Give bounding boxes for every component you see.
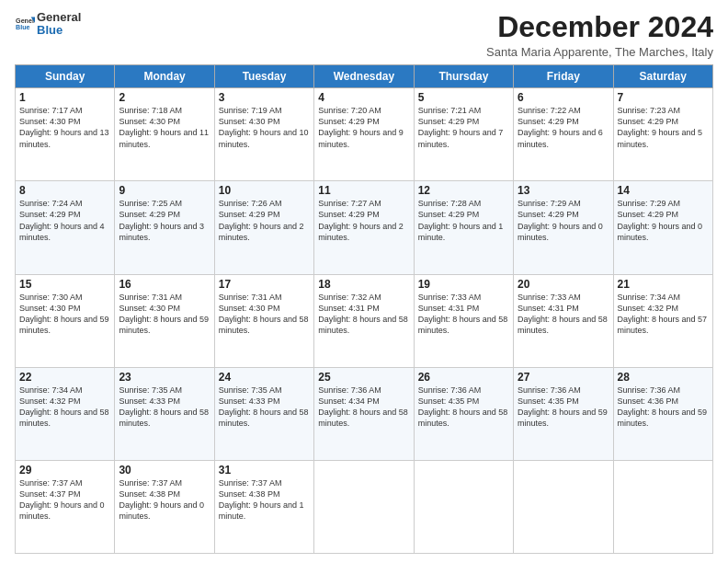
day-number: 10	[219, 184, 310, 197]
day-number: 15	[19, 278, 110, 291]
cell-text: Sunrise: 7:36 AMSunset: 4:35 PMDaylight:…	[518, 385, 608, 428]
day-number: 5	[418, 91, 509, 104]
col-monday: Monday	[115, 65, 214, 88]
cell-text: Sunrise: 7:31 AMSunset: 4:30 PMDaylight:…	[119, 293, 209, 335]
table-row: 6Sunrise: 7:22 AMSunset: 4:29 PMDaylight…	[514, 88, 613, 181]
table-row: 29Sunrise: 7:37 AMSunset: 4:37 PMDayligh…	[16, 460, 115, 553]
table-row: 14Sunrise: 7:29 AMSunset: 4:29 PMDayligh…	[613, 181, 712, 274]
cell-text: Sunrise: 7:30 AMSunset: 4:30 PMDaylight:…	[19, 293, 109, 335]
table-row: 3Sunrise: 7:19 AMSunset: 4:30 PMDaylight…	[214, 88, 313, 181]
table-row: 12Sunrise: 7:28 AMSunset: 4:29 PMDayligh…	[414, 181, 513, 274]
day-number: 22	[19, 371, 110, 384]
table-row	[414, 460, 513, 553]
table-row: 2Sunrise: 7:18 AMSunset: 4:30 PMDaylight…	[115, 88, 214, 181]
table-row: 31Sunrise: 7:37 AMSunset: 4:38 PMDayligh…	[214, 460, 313, 553]
cell-text: Sunrise: 7:34 AMSunset: 4:32 PMDaylight:…	[19, 385, 109, 428]
day-number: 12	[418, 184, 509, 197]
cell-text: Sunrise: 7:27 AMSunset: 4:29 PMDaylight:…	[318, 199, 404, 241]
cell-text: Sunrise: 7:19 AMSunset: 4:30 PMDaylight:…	[219, 106, 309, 148]
day-number: 18	[318, 278, 409, 291]
table-row: 21Sunrise: 7:34 AMSunset: 4:32 PMDayligh…	[613, 274, 712, 367]
cell-text: Sunrise: 7:37 AMSunset: 4:38 PMDaylight:…	[219, 478, 304, 521]
cell-text: Sunrise: 7:31 AMSunset: 4:30 PMDaylight:…	[219, 293, 309, 335]
day-number: 29	[19, 464, 110, 477]
table-row	[314, 460, 414, 553]
month-title: December 2024	[486, 11, 713, 43]
table-row: 13Sunrise: 7:29 AMSunset: 4:29 PMDayligh…	[514, 181, 613, 274]
logo-line2: Blue	[37, 24, 81, 37]
table-row: 4Sunrise: 7:20 AMSunset: 4:29 PMDaylight…	[314, 88, 414, 181]
calendar-table: Sunday Monday Tuesday Wednesday Thursday…	[15, 64, 713, 554]
day-number: 25	[318, 371, 409, 384]
col-saturday: Saturday	[613, 65, 712, 88]
table-row: 27Sunrise: 7:36 AMSunset: 4:35 PMDayligh…	[514, 367, 613, 460]
col-thursday: Thursday	[414, 65, 513, 88]
cell-text: Sunrise: 7:26 AMSunset: 4:29 PMDaylight:…	[219, 199, 304, 241]
day-number: 21	[618, 278, 709, 291]
day-number: 26	[418, 371, 509, 384]
cell-text: Sunrise: 7:36 AMSunset: 4:36 PMDaylight:…	[618, 385, 708, 428]
day-number: 14	[618, 184, 709, 197]
logo-line1: General	[37, 11, 81, 24]
day-number: 3	[219, 91, 310, 104]
table-row: 8Sunrise: 7:24 AMSunset: 4:29 PMDaylight…	[16, 181, 115, 274]
svg-text:Blue: Blue	[16, 24, 30, 31]
title-block: December 2024 Santa Maria Apparente, The…	[486, 11, 713, 59]
day-number: 20	[518, 278, 609, 291]
cell-text: Sunrise: 7:32 AMSunset: 4:31 PMDaylight:…	[318, 293, 408, 335]
day-number: 8	[19, 184, 110, 197]
calendar-row: 22Sunrise: 7:34 AMSunset: 4:32 PMDayligh…	[16, 367, 713, 460]
cell-text: Sunrise: 7:28 AMSunset: 4:29 PMDaylight:…	[418, 199, 504, 241]
table-row: 22Sunrise: 7:34 AMSunset: 4:32 PMDayligh…	[16, 367, 115, 460]
day-number: 4	[318, 91, 409, 104]
calendar-header-row: Sunday Monday Tuesday Wednesday Thursday…	[16, 65, 713, 88]
cell-text: Sunrise: 7:18 AMSunset: 4:30 PMDaylight:…	[119, 106, 209, 148]
day-number: 23	[119, 371, 210, 384]
table-row: 11Sunrise: 7:27 AMSunset: 4:29 PMDayligh…	[314, 181, 414, 274]
day-number: 6	[518, 91, 609, 104]
cell-text: Sunrise: 7:33 AMSunset: 4:31 PMDaylight:…	[518, 293, 608, 335]
cell-text: Sunrise: 7:35 AMSunset: 4:33 PMDaylight:…	[219, 385, 309, 428]
table-row: 19Sunrise: 7:33 AMSunset: 4:31 PMDayligh…	[414, 274, 513, 367]
day-number: 19	[418, 278, 509, 291]
table-row: 5Sunrise: 7:21 AMSunset: 4:29 PMDaylight…	[414, 88, 513, 181]
day-number: 30	[119, 464, 210, 477]
calendar-row: 15Sunrise: 7:30 AMSunset: 4:30 PMDayligh…	[16, 274, 713, 367]
table-row: 7Sunrise: 7:23 AMSunset: 4:29 PMDaylight…	[613, 88, 712, 181]
day-number: 2	[119, 91, 210, 104]
table-row: 18Sunrise: 7:32 AMSunset: 4:31 PMDayligh…	[314, 274, 414, 367]
col-sunday: Sunday	[16, 65, 115, 88]
logo: General Blue General Blue	[15, 11, 81, 38]
page-header: General Blue General Blue December 2024 …	[15, 11, 713, 59]
cell-text: Sunrise: 7:20 AMSunset: 4:29 PMDaylight:…	[318, 106, 404, 148]
cell-text: Sunrise: 7:24 AMSunset: 4:29 PMDaylight:…	[19, 199, 105, 241]
calendar-row: 8Sunrise: 7:24 AMSunset: 4:29 PMDaylight…	[16, 181, 713, 274]
location-subtitle: Santa Maria Apparente, The Marches, Ital…	[486, 45, 713, 59]
table-row: 20Sunrise: 7:33 AMSunset: 4:31 PMDayligh…	[514, 274, 613, 367]
cell-text: Sunrise: 7:23 AMSunset: 4:29 PMDaylight:…	[618, 106, 703, 148]
table-row: 17Sunrise: 7:31 AMSunset: 4:30 PMDayligh…	[214, 274, 313, 367]
table-row	[613, 460, 712, 553]
table-row	[514, 460, 613, 553]
table-row: 30Sunrise: 7:37 AMSunset: 4:38 PMDayligh…	[115, 460, 214, 553]
col-friday: Friday	[514, 65, 613, 88]
day-number: 31	[219, 464, 310, 477]
day-number: 28	[618, 371, 709, 384]
cell-text: Sunrise: 7:36 AMSunset: 4:34 PMDaylight:…	[318, 385, 408, 428]
table-row: 26Sunrise: 7:36 AMSunset: 4:35 PMDayligh…	[414, 367, 513, 460]
day-number: 11	[318, 184, 409, 197]
col-tuesday: Tuesday	[214, 65, 313, 88]
day-number: 16	[119, 278, 210, 291]
table-row: 25Sunrise: 7:36 AMSunset: 4:34 PMDayligh…	[314, 367, 414, 460]
day-number: 9	[119, 184, 210, 197]
day-number: 13	[518, 184, 609, 197]
table-row: 15Sunrise: 7:30 AMSunset: 4:30 PMDayligh…	[16, 274, 115, 367]
table-row: 9Sunrise: 7:25 AMSunset: 4:29 PMDaylight…	[115, 181, 214, 274]
cell-text: Sunrise: 7:29 AMSunset: 4:29 PMDaylight:…	[518, 199, 603, 241]
cell-text: Sunrise: 7:25 AMSunset: 4:29 PMDaylight:…	[119, 199, 204, 241]
cell-text: Sunrise: 7:29 AMSunset: 4:29 PMDaylight:…	[618, 199, 703, 241]
cell-text: Sunrise: 7:22 AMSunset: 4:29 PMDaylight:…	[518, 106, 603, 148]
day-number: 27	[518, 371, 609, 384]
day-number: 17	[219, 278, 310, 291]
table-row: 10Sunrise: 7:26 AMSunset: 4:29 PMDayligh…	[214, 181, 313, 274]
